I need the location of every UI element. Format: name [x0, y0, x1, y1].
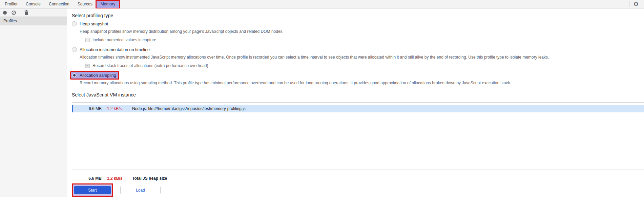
start-button[interactable]: Start	[74, 186, 111, 194]
radio-allocation-timeline[interactable]	[72, 47, 77, 52]
record-stack-traces-option[interactable]: Record stack traces of allocations (extr…	[85, 63, 644, 68]
tabbar-right-controls: ⚙	[629, 1, 644, 7]
trash-icon[interactable]	[24, 10, 28, 15]
radio-allocation-sampling[interactable]	[72, 73, 77, 78]
tab-list: Profiler Console Connection Sources Memo…	[0, 0, 119, 8]
option-heap-snapshot: Heap snapshot Heap snapshot profiles sho…	[72, 21, 644, 42]
checkbox-label: Include numerical values in capture	[92, 38, 156, 42]
toolbar-divider	[629, 1, 629, 7]
option-label: Allocation sampling	[80, 73, 116, 78]
profiling-type-heading: Select profiling type	[72, 13, 644, 18]
toolbar-divider	[20, 10, 20, 15]
total-heap-size: 6.6 MB	[73, 176, 102, 181]
record-stack-traces-checkbox[interactable]	[85, 64, 90, 68]
vm-instance-row[interactable]: 6.6 MB ↑1.2 kB/s Node.js: file:///home/r…	[72, 105, 644, 112]
include-numerical-values-checkbox[interactable]	[85, 38, 90, 42]
option-label: Heap snapshot	[80, 22, 108, 26]
vm-allocation-rate: ↑1.2 kB/s	[105, 106, 129, 111]
gear-icon[interactable]: ⚙	[633, 1, 639, 7]
vm-instance-heading: Select JavaScript VM instance	[72, 92, 644, 97]
tab-bar: Profiler Console Connection Sources Memo…	[0, 0, 644, 8]
profiles-toolbar	[0, 8, 67, 17]
option-allocation-timeline: Allocation instrumentation on timeline A…	[72, 47, 644, 68]
option-allocation-sampling: Allocation sampling Record memory alloca…	[72, 73, 644, 85]
option-description: Heap snapshot profiles show memory distr…	[80, 29, 644, 34]
option-heap-snapshot-head[interactable]: Heap snapshot	[72, 21, 108, 26]
radio-heap-snapshot[interactable]	[72, 21, 77, 26]
clear-icon[interactable]	[12, 10, 16, 15]
action-buttons: Start Load	[72, 183, 644, 197]
load-button[interactable]: Load	[120, 186, 161, 194]
heap-total-footer: 6.6 MB ↑1.2 kB/s Total JS heap size	[72, 176, 644, 181]
tab-sources[interactable]: Sources	[74, 1, 97, 8]
record-icon[interactable]	[3, 11, 7, 15]
tab-connection[interactable]: Connection	[45, 1, 74, 8]
option-allocation-timeline-head[interactable]: Allocation instrumentation on timeline	[72, 47, 150, 52]
vm-heap-size: 6.6 MB	[73, 106, 102, 111]
include-numerical-values-option[interactable]: Include numerical values in capture	[85, 38, 644, 42]
checkbox-label: Record stack traces of allocations (extr…	[92, 63, 208, 68]
tab-console[interactable]: Console	[22, 1, 45, 8]
memory-panel-main: Select profiling type Heap snapshot Heap…	[67, 8, 644, 197]
option-description: Allocation timelines show instrumented J…	[80, 55, 644, 60]
devtools-memory-panel: Profiler Console Connection Sources Memo…	[0, 0, 644, 197]
option-label: Allocation instrumentation on timeline	[80, 47, 150, 52]
profiles-section-header: Profiles	[0, 17, 67, 25]
vm-instance-list: 6.6 MB ↑1.2 kB/s Node.js: file:///home/r…	[72, 102, 644, 170]
profiles-sidebar: Profiles	[0, 8, 67, 197]
total-allocation-rate: ↑1.2 kB/s	[105, 176, 129, 181]
start-button-annotation: Start	[72, 183, 113, 197]
option-allocation-sampling-head[interactable]: Allocation sampling	[71, 72, 118, 79]
option-description: Record memory allocations using sampling…	[80, 81, 644, 85]
tab-profiler[interactable]: Profiler	[1, 1, 22, 8]
tab-memory[interactable]: Memory	[97, 1, 119, 8]
vm-instance-name: Node.js: file:///home/rafaelgss/repos/os…	[132, 106, 246, 111]
total-heap-label: Total JS heap size	[132, 176, 167, 181]
